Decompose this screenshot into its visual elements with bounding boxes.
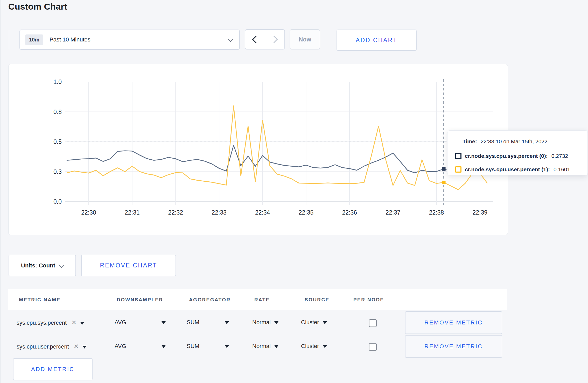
tooltip-series-row: cr.node.sys.cpu.user.percent (1): 0.1601 [455,166,570,173]
dropdown-arrow-icon [323,321,327,324]
tooltip-time-label: Time: [463,138,477,145]
remove-metric-button[interactable]: REMOVE METRIC [405,311,502,334]
downsampler-value: AVG [115,319,126,325]
rate-select[interactable]: Normal [252,319,278,326]
x-axis-tick-label: 22:35 [299,209,314,216]
hover-point-marker [442,167,446,171]
dropdown-arrow-icon [162,321,166,324]
dropdown-arrow-icon [80,322,84,325]
units-label: Units: Count [21,262,55,269]
units-dropdown[interactable]: Units: Count [9,255,76,276]
line-chart[interactable]: 1.00.80.50.30.022:3022:3122:3222:3322:34… [9,64,508,235]
rate-value: Normal [252,319,271,325]
dropdown-arrow-icon [274,321,278,324]
metric-name-select[interactable]: sys.cpu.user.percent✕ [17,343,87,350]
metric-name-value: sys.cpu.sys.percent [17,320,67,326]
col-header-metric-name: METRIC NAME [19,297,60,303]
source-select[interactable]: Cluster [301,319,327,326]
page-title: Custom Chart [8,2,67,12]
chevron-left-icon [252,36,260,43]
hover-point-marker [442,181,446,184]
custom-chart-page: Custom Chart 10m Past 10 Minutes Now ADD… [0,0,588,383]
downsampler-select[interactable]: AVG [115,343,166,350]
tooltip-time-value: 22:38:10 on Mar 15th, 2022 [481,138,548,145]
toolbar-left-divider [9,30,9,49]
chart-tooltip: Time: 22:38:10 on Mar 15th, 2022 cr.node… [447,130,588,175]
chevron-down-icon [228,36,234,42]
now-button[interactable]: Now [290,29,320,49]
chart-card: 1.00.80.50.30.022:3022:3122:3222:3322:34… [8,64,508,235]
source-value: Cluster [301,343,319,349]
source-value: Cluster [301,319,319,325]
time-range-dropdown[interactable]: 10m Past 10 Minutes [19,30,240,50]
tooltip-series-label: cr.node.sys.cpu.user.percent (1): [465,166,550,173]
x-axis-tick-label: 22:34 [255,209,270,216]
x-axis-tick-label: 22:38 [429,209,444,216]
chevron-right-icon [270,36,278,43]
tooltip-series-value: 0.1601 [554,166,570,173]
time-pager [245,29,285,49]
aggregator-select[interactable]: SUM [187,343,229,350]
x-axis-tick-label: 22:36 [342,209,357,216]
dropdown-arrow-icon [323,345,327,348]
metric-name-value: sys.cpu.user.percent [17,343,69,350]
col-header-source: SOURCE [305,297,330,303]
col-header-per-node: PER NODE [353,297,384,303]
remove-metric-button[interactable]: REMOVE METRIC [405,335,502,358]
clear-metric-icon[interactable]: ✕ [74,343,79,350]
aggregator-value: SUM [187,319,199,325]
add-metric-button[interactable]: ADD METRIC [13,358,93,380]
next-time-button[interactable] [265,30,285,49]
col-header-aggregator: AGGREGATOR [189,297,231,303]
y-axis-tick-label: 0.8 [53,109,62,115]
aggregator-select[interactable]: SUM [187,319,229,326]
sys-percent-line [67,145,487,173]
x-axis-tick-label: 22:32 [168,209,183,216]
dropdown-arrow-icon [225,321,229,324]
time-range-label: Past 10 Minutes [50,36,228,43]
dropdown-arrow-icon [162,345,166,348]
chevron-down-icon [59,262,65,268]
rate-select[interactable]: Normal [252,343,278,350]
sys-series-swatch-icon [455,153,461,159]
dropdown-arrow-icon [225,345,229,348]
y-axis-tick-label: 0.0 [53,198,62,205]
aggregator-value: SUM [187,343,199,349]
tooltip-series-row: cr.node.sys.cpu.sys.percent (0): 0.2732 [455,153,568,159]
remove-chart-button[interactable]: REMOVE CHART [81,255,176,276]
per-node-checkbox[interactable] [369,319,377,327]
clear-metric-icon[interactable]: ✕ [71,319,76,326]
tooltip-time-row: Time: 22:38:10 on Mar 15th, 2022 [463,138,548,145]
per-node-checkbox[interactable] [369,343,377,351]
downsampler-select[interactable]: AVG [115,319,166,326]
time-range-badge: 10m [25,34,43,45]
col-header-downsampler: DOWNSAMPLER [117,297,163,303]
x-axis-tick-label: 22:39 [473,209,488,216]
x-axis-tick-label: 22:37 [386,209,401,216]
x-axis-tick-label: 22:33 [212,209,227,216]
metric-name-select[interactable]: sys.cpu.sys.percent✕ [17,319,84,326]
tooltip-series-label: cr.node.sys.cpu.sys.percent (0): [465,153,548,159]
y-axis-tick-label: 0.3 [53,168,62,175]
add-chart-button[interactable]: ADD CHART [337,30,417,51]
y-axis-tick-label: 1.0 [53,79,62,85]
rate-value: Normal [252,343,271,349]
user-percent-line [67,106,487,189]
x-axis-tick-label: 22:31 [125,209,140,216]
source-select[interactable]: Cluster [301,343,327,350]
downsampler-value: AVG [115,343,126,349]
user-series-swatch-icon [455,166,461,173]
dropdown-arrow-icon [82,346,87,349]
col-header-rate: RATE [254,297,270,303]
dropdown-arrow-icon [274,345,278,348]
x-axis-tick-label: 22:30 [81,209,96,216]
y-axis-tick-label: 0.5 [53,138,62,145]
tooltip-series-value: 0.2732 [551,153,568,159]
prev-time-button[interactable] [245,30,265,49]
